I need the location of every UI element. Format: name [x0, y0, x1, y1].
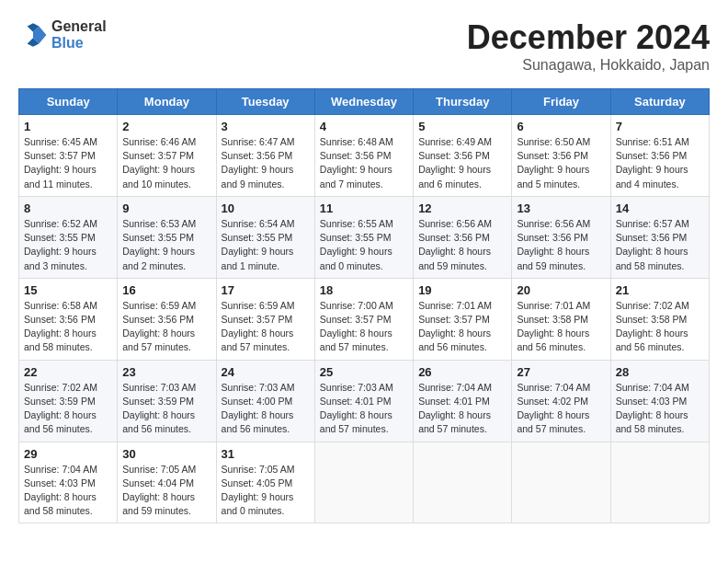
day-info: Sunrise: 6:58 AM Sunset: 3:56 PM Dayligh…: [24, 299, 112, 355]
calendar-cell: 8Sunrise: 6:52 AM Sunset: 3:55 PM Daylig…: [19, 196, 118, 278]
day-info: Sunrise: 7:03 AM Sunset: 4:00 PM Dayligh…: [222, 381, 310, 437]
day-info: Sunrise: 7:03 AM Sunset: 3:59 PM Dayligh…: [122, 381, 210, 437]
calendar-cell: 12Sunrise: 6:56 AM Sunset: 3:56 PM Dayli…: [414, 196, 512, 278]
day-info: Sunrise: 6:56 AM Sunset: 3:56 PM Dayligh…: [418, 217, 506, 273]
calendar-cell: 7Sunrise: 6:51 AM Sunset: 3:56 PM Daylig…: [610, 115, 709, 197]
day-info: Sunrise: 6:46 AM Sunset: 3:57 PM Dayligh…: [122, 135, 210, 191]
calendar-cell: 20Sunrise: 7:01 AM Sunset: 3:58 PM Dayli…: [512, 278, 610, 360]
day-header-tuesday: Tuesday: [216, 89, 314, 115]
calendar-week-1: 1Sunrise: 6:45 AM Sunset: 3:57 PM Daylig…: [19, 115, 710, 197]
day-number: 2: [122, 120, 210, 133]
month-title: December 2024: [467, 18, 710, 57]
day-number: 24: [222, 365, 310, 379]
day-info: Sunrise: 7:02 AM Sunset: 3:59 PM Dayligh…: [24, 381, 112, 437]
logo-icon: [18, 20, 48, 50]
day-number: 26: [418, 365, 506, 379]
day-number: 29: [24, 447, 112, 461]
day-info: Sunrise: 7:03 AM Sunset: 4:01 PM Dayligh…: [320, 381, 408, 437]
day-info: Sunrise: 6:56 AM Sunset: 3:56 PM Dayligh…: [517, 217, 605, 273]
calendar-cell: 22Sunrise: 7:02 AM Sunset: 3:59 PM Dayli…: [19, 360, 118, 442]
day-number: 15: [24, 283, 112, 297]
day-number: 28: [616, 365, 704, 379]
calendar-cell: 14Sunrise: 6:57 AM Sunset: 3:56 PM Dayli…: [610, 196, 709, 278]
calendar-cell: 26Sunrise: 7:04 AM Sunset: 4:01 PM Dayli…: [414, 360, 512, 442]
calendar-cell: 17Sunrise: 6:59 AM Sunset: 3:57 PM Dayli…: [216, 278, 314, 360]
calendar-cell: [512, 442, 610, 523]
day-number: 4: [320, 120, 408, 133]
logo-blue-text: Blue: [51, 35, 107, 52]
calendar-cell: 6Sunrise: 6:50 AM Sunset: 3:56 PM Daylig…: [512, 115, 610, 197]
day-number: 21: [616, 283, 704, 297]
calendar-cell: 15Sunrise: 6:58 AM Sunset: 3:56 PM Dayli…: [19, 278, 118, 360]
day-number: 27: [517, 365, 605, 379]
day-number: 20: [517, 283, 605, 297]
day-info: Sunrise: 7:04 AM Sunset: 4:01 PM Dayligh…: [418, 381, 506, 437]
day-info: Sunrise: 6:53 AM Sunset: 3:55 PM Dayligh…: [122, 217, 210, 273]
day-number: 18: [320, 283, 408, 297]
calendar-cell: 4Sunrise: 6:48 AM Sunset: 3:56 PM Daylig…: [314, 115, 413, 197]
day-number: 7: [616, 120, 704, 133]
calendar-week-5: 29Sunrise: 7:04 AM Sunset: 4:03 PM Dayli…: [19, 442, 710, 523]
day-number: 19: [418, 283, 506, 297]
calendar-cell: 1Sunrise: 6:45 AM Sunset: 3:57 PM Daylig…: [19, 115, 118, 197]
day-info: Sunrise: 6:47 AM Sunset: 3:56 PM Dayligh…: [222, 135, 310, 191]
day-number: 1: [24, 120, 112, 133]
day-number: 14: [616, 201, 704, 215]
location-subtitle: Sunagawa, Hokkaido, Japan: [467, 57, 710, 74]
day-info: Sunrise: 7:01 AM Sunset: 3:58 PM Dayligh…: [517, 299, 605, 355]
calendar-week-4: 22Sunrise: 7:02 AM Sunset: 3:59 PM Dayli…: [19, 360, 710, 442]
day-header-saturday: Saturday: [610, 89, 709, 115]
calendar-cell: 31Sunrise: 7:05 AM Sunset: 4:05 PM Dayli…: [216, 442, 314, 523]
calendar-week-2: 8Sunrise: 6:52 AM Sunset: 3:55 PM Daylig…: [19, 196, 710, 278]
day-number: 16: [122, 283, 210, 297]
day-info: Sunrise: 6:50 AM Sunset: 3:56 PM Dayligh…: [517, 135, 605, 191]
day-number: 31: [222, 447, 310, 461]
calendar-cell: [314, 442, 413, 523]
calendar-body: 1Sunrise: 6:45 AM Sunset: 3:57 PM Daylig…: [19, 115, 710, 523]
calendar-cell: 25Sunrise: 7:03 AM Sunset: 4:01 PM Dayli…: [314, 360, 413, 442]
calendar-cell: 30Sunrise: 7:05 AM Sunset: 4:04 PM Dayli…: [118, 442, 216, 523]
day-info: Sunrise: 6:57 AM Sunset: 3:56 PM Dayligh…: [616, 217, 704, 273]
day-number: 5: [418, 120, 506, 133]
day-header-monday: Monday: [118, 89, 216, 115]
day-number: 8: [24, 201, 112, 215]
calendar-cell: [610, 442, 709, 523]
day-info: Sunrise: 6:59 AM Sunset: 3:56 PM Dayligh…: [122, 299, 210, 355]
day-number: 25: [320, 365, 408, 379]
calendar-week-3: 15Sunrise: 6:58 AM Sunset: 3:56 PM Dayli…: [19, 278, 710, 360]
day-header-wednesday: Wednesday: [314, 89, 413, 115]
day-info: Sunrise: 6:48 AM Sunset: 3:56 PM Dayligh…: [320, 135, 408, 191]
calendar-cell: 3Sunrise: 6:47 AM Sunset: 3:56 PM Daylig…: [216, 115, 314, 197]
day-info: Sunrise: 7:04 AM Sunset: 4:02 PM Dayligh…: [517, 381, 605, 437]
day-number: 13: [517, 201, 605, 215]
calendar-cell: 2Sunrise: 6:46 AM Sunset: 3:57 PM Daylig…: [118, 115, 216, 197]
day-number: 30: [122, 447, 210, 461]
day-info: Sunrise: 6:59 AM Sunset: 3:57 PM Dayligh…: [222, 299, 310, 355]
day-number: 17: [222, 283, 310, 297]
day-info: Sunrise: 7:04 AM Sunset: 4:03 PM Dayligh…: [616, 381, 704, 437]
day-info: Sunrise: 6:45 AM Sunset: 3:57 PM Dayligh…: [24, 135, 112, 191]
calendar-cell: 9Sunrise: 6:53 AM Sunset: 3:55 PM Daylig…: [118, 196, 216, 278]
calendar-cell: 29Sunrise: 7:04 AM Sunset: 4:03 PM Dayli…: [19, 442, 118, 523]
day-info: Sunrise: 7:01 AM Sunset: 3:57 PM Dayligh…: [418, 299, 506, 355]
day-header-thursday: Thursday: [414, 89, 512, 115]
calendar-cell: 23Sunrise: 7:03 AM Sunset: 3:59 PM Dayli…: [118, 360, 216, 442]
day-info: Sunrise: 6:51 AM Sunset: 3:56 PM Dayligh…: [616, 135, 704, 191]
day-number: 11: [320, 201, 408, 215]
calendar-cell: 28Sunrise: 7:04 AM Sunset: 4:03 PM Dayli…: [610, 360, 709, 442]
calendar-cell: 18Sunrise: 7:00 AM Sunset: 3:57 PM Dayli…: [314, 278, 413, 360]
day-number: 3: [222, 120, 310, 133]
logo-text: General Blue: [51, 18, 107, 51]
page-header: General Blue December 2024 Sunagawa, Hok…: [18, 18, 710, 74]
calendar-cell: [414, 442, 512, 523]
calendar-cell: 24Sunrise: 7:03 AM Sunset: 4:00 PM Dayli…: [216, 360, 314, 442]
title-block: December 2024 Sunagawa, Hokkaido, Japan: [467, 18, 710, 74]
day-number: 23: [122, 365, 210, 379]
day-info: Sunrise: 7:05 AM Sunset: 4:05 PM Dayligh…: [222, 463, 310, 519]
logo-general-text: General: [51, 18, 107, 35]
calendar-cell: 13Sunrise: 6:56 AM Sunset: 3:56 PM Dayli…: [512, 196, 610, 278]
calendar-cell: 27Sunrise: 7:04 AM Sunset: 4:02 PM Dayli…: [512, 360, 610, 442]
day-number: 10: [222, 201, 310, 215]
calendar-cell: 19Sunrise: 7:01 AM Sunset: 3:57 PM Dayli…: [414, 278, 512, 360]
day-info: Sunrise: 6:55 AM Sunset: 3:55 PM Dayligh…: [320, 217, 408, 273]
